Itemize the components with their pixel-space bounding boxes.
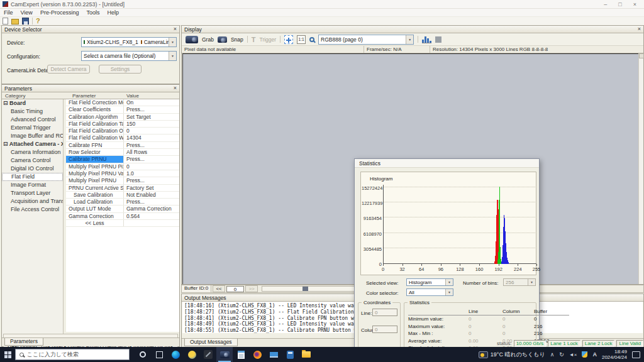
buffer-slider-thumb[interactable]	[303, 287, 308, 291]
help-icon[interactable]: ?	[36, 18, 42, 25]
close-panel-icon[interactable]: ×	[174, 26, 177, 32]
fit-to-screen-icon[interactable]	[284, 35, 293, 44]
param-row-multiply-pixel-prnu[interactable]: Multiply Pixel PRNUPress...	[66, 177, 179, 184]
param-value[interactable]: Press...	[124, 142, 179, 148]
open-file-icon[interactable]	[11, 19, 19, 25]
category-item-camera-information[interactable]: Camera Information	[2, 148, 63, 156]
statistics-dialog-titlebar[interactable]: Statistics	[355, 159, 539, 168]
param-value[interactable]: 0	[124, 163, 179, 170]
snap-camera-icon[interactable]	[218, 36, 227, 43]
param-row-prnu-current-active-set[interactable]: PRNU Current Active SetFactory Set	[66, 185, 179, 192]
param-row-calibration-algorithm[interactable]: Calibration AlgorithmSet Target	[66, 114, 179, 121]
param-value[interactable]: Press...	[124, 199, 179, 205]
category-item-acquisition-and-transfer-c[interactable]: Acquisition and Transfer C...	[2, 197, 63, 206]
volume-muted-icon[interactable]: ◄×	[569, 352, 577, 358]
param-name[interactable]: Calibrate PRNU	[66, 156, 124, 162]
minimize-icon[interactable]: –	[604, 1, 607, 8]
security-shield-icon[interactable]	[582, 351, 587, 358]
taskbar-search[interactable]: ここに入力して検索	[15, 349, 130, 360]
save-file-icon[interactable]	[22, 18, 29, 25]
task-view-button[interactable]	[151, 347, 167, 362]
selected-view-combo[interactable]: Histogram ▼	[406, 278, 453, 286]
settings-button[interactable]: Settings	[99, 65, 142, 74]
param-row-calibrate-fpn[interactable]: Calibrate FPNPress...	[66, 142, 179, 149]
param-name[interactable]: Multiply Pixel PRNU Pixel	[66, 163, 124, 170]
param-value[interactable]: All Rows	[124, 149, 179, 155]
grab-label[interactable]: Grab	[202, 36, 214, 43]
param-value[interactable]: Gamma Correction	[124, 206, 179, 212]
category-item-image-buffer-and-roi[interactable]: Image Buffer and ROI	[2, 132, 63, 140]
param-value[interactable]: Factory Set	[124, 185, 179, 191]
menu-file[interactable]: File	[4, 9, 13, 16]
param-value[interactable]: 150	[124, 121, 179, 127]
category-item-board[interactable]: ⊟ Board	[2, 99, 63, 107]
category-item-image-format[interactable]: Image Format	[2, 181, 63, 189]
category-item-external-trigger[interactable]: External Trigger	[2, 124, 63, 132]
weather-widget[interactable]: 19°C 晴れのちくもり	[479, 351, 545, 359]
param-name[interactable]: Multiply Pixel PRNU Value	[66, 170, 124, 177]
category-item-basic-timing[interactable]: Basic Timing	[2, 107, 63, 116]
buffer-prev-button[interactable]: <<	[213, 285, 225, 292]
category-item-advanced-control[interactable]: Advanced Control	[2, 116, 63, 124]
notification-center-icon[interactable]	[632, 351, 640, 358]
grab-camera-icon[interactable]	[186, 36, 198, 43]
close-icon[interactable]: ×	[633, 1, 636, 8]
menu-tools[interactable]: Tools	[86, 9, 99, 16]
param-row-flat-field-correction-mode[interactable]: Flat Field Correction ModeOn	[66, 99, 179, 106]
notepad-button[interactable]	[233, 347, 249, 362]
device-combo[interactable]: Xtium2-CLHS_FX8_1 CameraLink HS Color RG…	[81, 37, 177, 47]
color-selector-combo[interactable]: All ▼	[406, 288, 453, 296]
configuration-combo[interactable]: Select a camera file (Optional) ▼	[81, 51, 177, 61]
param-row-less[interactable]: << Less	[66, 220, 179, 227]
column-input[interactable]: 0	[372, 326, 397, 333]
taskbar-clock[interactable]: 18:49 2024/04/24	[602, 349, 627, 360]
cortana-button[interactable]	[135, 347, 151, 362]
chevron-down-icon[interactable]: ▼	[445, 289, 453, 295]
param-row-flat-field-calibration-offset-x[interactable]: Flat Field Calibration Offset X0	[66, 128, 179, 134]
param-row-clear-coefficients[interactable]: Clear CoefficientsPress...	[66, 106, 179, 113]
param-value[interactable]	[124, 220, 179, 226]
detect-camera-button[interactable]: Detect Camera	[47, 65, 90, 74]
category-item-flat-field[interactable]: Flat Field	[2, 173, 63, 181]
param-row-multiply-pixel-prnu-pixel[interactable]: Multiply Pixel PRNU Pixel0	[66, 163, 179, 170]
param-name[interactable]: Flat Field Calibration Offset X	[66, 128, 124, 134]
category-item-attached-camera-xti[interactable]: ⊟ Attached Camera - Xti...	[2, 140, 63, 148]
zoom-icon[interactable]	[309, 37, 314, 42]
chevron-down-icon[interactable]: ▼	[406, 35, 413, 44]
param-value[interactable]: Press...	[124, 106, 179, 112]
menu-help[interactable]: Help	[107, 9, 119, 16]
param-value[interactable]: 0.564	[124, 213, 179, 219]
display-vertical-scrollbar[interactable]	[638, 53, 643, 284]
line-input[interactable]: 0	[372, 309, 397, 316]
tray-expand-icon[interactable]: ∧	[550, 351, 555, 358]
param-value[interactable]: On	[124, 99, 179, 106]
tab-output-messages[interactable]: Output Messages	[184, 339, 238, 346]
explorer-button[interactable]	[298, 347, 314, 362]
param-name[interactable]: Load Calibration	[66, 199, 124, 205]
globe-app-button[interactable]	[184, 347, 200, 362]
category-item-file-access-control[interactable]: File Access Control	[2, 206, 63, 214]
firefox-button[interactable]	[249, 347, 265, 362]
param-row-gamma-correction[interactable]: Gamma Correction0.564	[66, 213, 179, 220]
param-name[interactable]: Gamma Correction	[66, 213, 124, 219]
category-item-transport-layer[interactable]: Transport Layer	[2, 189, 63, 197]
param-name[interactable]: Flat Field Correction Mode	[66, 99, 124, 106]
param-value[interactable]: Set Target	[124, 114, 179, 120]
param-name[interactable]: Calibration Algorithm	[66, 114, 124, 120]
buffer-next-button[interactable]: >>	[245, 285, 258, 292]
chevron-down-icon[interactable]: ▼	[169, 38, 176, 47]
param-name[interactable]: Calibrate FPN	[66, 142, 124, 148]
param-row-flat-field-calibration-width[interactable]: Flat Field Calibration Width14304	[66, 134, 179, 141]
category-item-digital-io-control[interactable]: Digital IO Control	[2, 165, 63, 173]
param-value[interactable]: Press...	[124, 156, 179, 162]
param-name[interactable]: Multiply Pixel PRNU	[66, 177, 124, 184]
param-name[interactable]: PRNU Current Active Set	[66, 185, 124, 191]
param-name[interactable]: Flat Field Calibration Target	[66, 121, 124, 127]
chevron-down-icon[interactable]: ▼	[169, 52, 176, 60]
param-row-output-lut-mode[interactable]: Output LUT ModeGamma Correction	[66, 206, 179, 212]
histogram-icon[interactable]	[422, 36, 431, 43]
param-name[interactable]: Clear Coefficients	[66, 106, 124, 112]
param-value[interactable]: Not Enabled	[124, 192, 179, 198]
menu-pre-processing[interactable]: Pre-Processing	[40, 9, 79, 16]
param-name[interactable]: << Less	[66, 220, 124, 226]
